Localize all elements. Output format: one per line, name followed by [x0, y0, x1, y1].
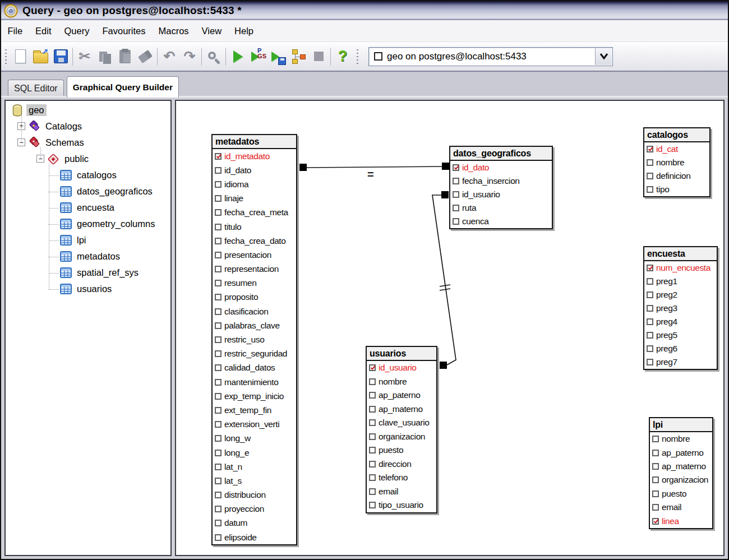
column-checkbox[interactable] — [647, 305, 653, 312]
column-checkbox-checked[interactable] — [652, 518, 659, 525]
column-checkbox[interactable] — [215, 238, 222, 244]
combobox-dropdown-button[interactable] — [595, 48, 612, 65]
tab-sql-editor[interactable]: SQL Editor — [8, 80, 64, 96]
column-checkbox[interactable] — [647, 173, 653, 179]
column-row-extension_verti[interactable]: extension_verti — [213, 418, 296, 432]
column-row-organizacion[interactable]: organizacion — [367, 430, 436, 444]
column-checkbox[interactable] — [215, 534, 222, 541]
column-checkbox[interactable] — [215, 492, 222, 498]
column-row-id_usuario[interactable]: id_usuario — [367, 361, 436, 375]
column-checkbox[interactable] — [215, 379, 222, 386]
column-checkbox[interactable] — [369, 474, 376, 481]
column-checkbox-checked[interactable] — [453, 164, 459, 171]
column-row-preg4[interactable]: preg4 — [644, 315, 717, 328]
explain-query-button[interactable]: PGS — [248, 46, 268, 67]
table-title[interactable]: usuarios — [367, 347, 436, 361]
undo-button[interactable]: ↶ — [159, 46, 179, 67]
column-row-nombre[interactable]: nombre — [644, 156, 709, 169]
column-checkbox[interactable] — [215, 520, 222, 526]
column-row-nombre[interactable]: nombre — [650, 432, 712, 446]
join-handle[interactable] — [442, 163, 449, 170]
new-query-button[interactable] — [10, 46, 30, 67]
column-row-nombre[interactable]: nombre — [367, 375, 436, 389]
column-checkbox[interactable] — [369, 419, 376, 426]
join-line[interactable] — [306, 166, 444, 168]
column-checkbox[interactable] — [215, 224, 222, 230]
column-row-linea[interactable]: linea — [650, 514, 712, 527]
column-row-organizacion[interactable]: organizacion — [650, 473, 712, 487]
column-checkbox[interactable] — [453, 178, 459, 184]
column-row-elipsoide[interactable]: elipsoide — [213, 530, 296, 544]
column-row-linaje[interactable]: linaje — [213, 192, 296, 206]
clear-window-button[interactable] — [135, 46, 155, 67]
column-checkbox[interactable] — [647, 278, 653, 285]
column-checkbox[interactable] — [369, 378, 376, 385]
column-row-calidad_datos[interactable]: calidad_datos — [213, 361, 296, 375]
column-checkbox[interactable] — [215, 421, 222, 428]
menu-query[interactable]: Query — [58, 26, 96, 36]
tab-graphical-query-builder[interactable]: Graphical Query Builder — [67, 76, 179, 98]
column-checkbox[interactable] — [215, 464, 222, 470]
column-row-preg1[interactable]: preg1 — [644, 275, 717, 288]
column-row-fecha_insercion[interactable]: fecha_insercion — [450, 174, 552, 188]
column-row-palabras_clave[interactable]: palabras_clave — [213, 318, 296, 332]
column-row-tipo_usuario[interactable]: tipo_usuario — [367, 498, 436, 512]
column-checkbox[interactable] — [652, 476, 659, 483]
table-title[interactable]: datos_geograficos — [450, 147, 552, 161]
help-button[interactable]: ? — [333, 46, 353, 67]
redo-button[interactable]: ↷ — [179, 46, 200, 67]
tree-item-schemas[interactable]: Schemas — [28, 135, 86, 151]
column-row-preg5[interactable]: preg5 — [644, 328, 717, 342]
column-row-ap_materno[interactable]: ap_materno — [367, 402, 436, 416]
tree-item-encuesta[interactable]: encuesta — [59, 200, 117, 216]
column-checkbox[interactable] — [215, 407, 222, 414]
column-checkbox[interactable] — [647, 345, 653, 352]
column-checkbox[interactable] — [215, 266, 222, 272]
execute-query-button[interactable] — [228, 46, 248, 67]
column-row-ap_paterno[interactable]: ap_paterno — [650, 446, 712, 459]
column-checkbox[interactable] — [652, 463, 659, 470]
column-row-clasificacion[interactable]: clasificacion — [213, 304, 296, 318]
column-checkbox[interactable] — [215, 336, 222, 343]
column-row-ruta[interactable]: ruta — [450, 201, 552, 215]
column-row-fecha_crea_dato[interactable]: fecha_crea_dato — [213, 234, 296, 248]
open-file-button[interactable] — [30, 46, 50, 67]
paste-button[interactable] — [115, 46, 135, 67]
join-handle[interactable] — [299, 164, 307, 171]
table-node-encuesta[interactable]: encuestanum_encuestapreg1preg2preg3preg4… — [643, 246, 718, 370]
column-checkbox[interactable] — [369, 392, 376, 399]
column-checkbox-checked[interactable] — [215, 153, 222, 160]
column-checkbox[interactable] — [215, 435, 222, 442]
column-checkbox[interactable] — [647, 332, 653, 339]
column-row-clave_usuario[interactable]: clave_usuario — [367, 416, 436, 430]
column-row-restric_uso[interactable]: restric_uso — [213, 332, 296, 346]
column-checkbox[interactable] — [215, 294, 222, 300]
column-row-representacion[interactable]: representacion — [213, 262, 296, 276]
column-row-telefono[interactable]: telefono — [367, 471, 436, 485]
tree-item-public[interactable]: public — [47, 151, 91, 167]
save-file-button[interactable] — [50, 46, 71, 67]
toolbar-grip[interactable] — [4, 47, 7, 66]
tree-item-usuarios[interactable]: usuarios — [59, 281, 114, 297]
column-row-num_encuesta[interactable]: num_encuesta — [644, 261, 717, 275]
column-checkbox[interactable] — [453, 191, 459, 198]
tree-item-catalogos[interactable]: catalogos — [59, 167, 119, 183]
table-node-metadatos[interactable]: metadatosid_metadatoid_datoidiomalinajef… — [211, 134, 297, 545]
column-checkbox-checked[interactable] — [647, 146, 653, 152]
column-row-lat_s[interactable]: lat_s — [213, 474, 296, 488]
execute-to-file-button[interactable] — [268, 46, 288, 67]
tree-item-spatial_ref_sys[interactable]: spatial_ref_sys — [59, 265, 141, 281]
join-handle[interactable] — [440, 362, 447, 369]
column-checkbox[interactable] — [215, 195, 222, 202]
column-checkbox[interactable] — [215, 181, 222, 188]
table-node-usuarios[interactable]: usuariosid_usuarionombreap_paternoap_mat… — [366, 346, 437, 513]
column-checkbox[interactable] — [215, 280, 222, 286]
column-row-preg3[interactable]: preg3 — [644, 302, 717, 315]
column-row-datum[interactable]: datum — [213, 516, 296, 530]
column-row-exp_temp_inicio[interactable]: exp_temp_inicio — [213, 389, 296, 403]
column-checkbox[interactable] — [369, 406, 376, 413]
column-row-puesto[interactable]: puesto — [367, 443, 436, 457]
column-checkbox[interactable] — [369, 447, 376, 453]
tree-item-geometry_columns[interactable]: geometry_columns — [59, 216, 157, 232]
column-row-email[interactable]: email — [650, 501, 712, 514]
